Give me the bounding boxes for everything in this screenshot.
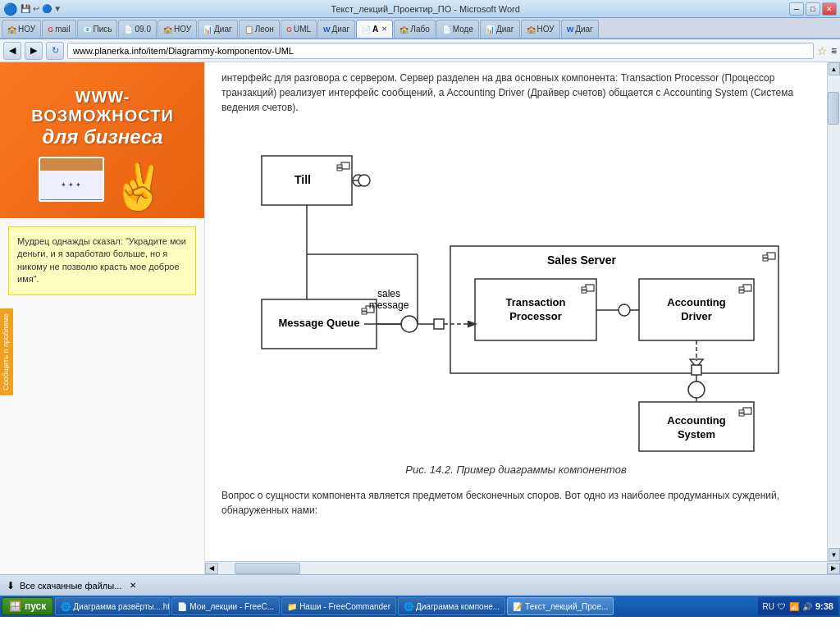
svg-rect-26 xyxy=(739,290,744,293)
network-icon: 📶 xyxy=(789,602,799,611)
svg-text:Driver: Driver xyxy=(681,310,712,322)
download-bar[interactable]: ⬇ Все скачанные файлы... ✕ xyxy=(7,580,136,591)
tab-close-icon[interactable]: ✕ xyxy=(381,25,387,33)
uml-diagram-container: Sales Server Till xyxy=(237,123,795,459)
tab-pis[interactable]: 📧Пись xyxy=(77,20,118,38)
scroll-right-button[interactable]: ▶ xyxy=(827,563,840,574)
svg-rect-19 xyxy=(582,287,587,290)
tab-leon[interactable]: 📋Леон xyxy=(239,20,280,38)
taskbar-label-5: Текст_лекций_Прое... xyxy=(525,602,608,611)
svg-point-45 xyxy=(358,175,370,186)
tab-icon: W xyxy=(567,25,574,34)
forward-button[interactable]: ▶ xyxy=(25,42,43,60)
scroll-up-button[interactable]: ▲ xyxy=(829,62,840,75)
scroll-left-button[interactable]: ◀ xyxy=(205,563,218,574)
tab-nou-3[interactable]: 🏫НОУ xyxy=(521,20,560,38)
tab-nou-1[interactable]: 🏫НОУ xyxy=(2,20,41,38)
tab-icon: 📊 xyxy=(486,25,495,34)
tab-icon: G xyxy=(48,25,53,34)
quote-box: Мудрец однажды сказал: "Украдите мои ден… xyxy=(8,226,196,295)
svg-rect-8 xyxy=(337,165,342,167)
svg-rect-51 xyxy=(692,365,701,375)
svg-text:Processor: Processor xyxy=(509,310,562,322)
refresh-button[interactable]: ↻ xyxy=(46,42,64,60)
menu-icon[interactable]: ≡ xyxy=(831,45,837,57)
tab-diag-3[interactable]: WДиаг xyxy=(561,20,599,38)
start-button[interactable]: 🪟 пуск xyxy=(2,597,53,615)
tab-mode[interactable]: 📄Моде xyxy=(436,20,479,38)
download-label[interactable]: Все скачанные файлы... xyxy=(20,581,121,591)
ad-hand: ✌️ xyxy=(111,165,167,210)
scroll-down-button[interactable]: ▼ xyxy=(829,548,840,561)
taskbar-item-1[interactable]: 🌐 Диаграмма развёрты....html xyxy=(55,597,170,615)
taskbar-item-2[interactable]: 📄 Мои_лекции - FreeC... xyxy=(171,597,280,615)
svg-rect-4 xyxy=(763,258,768,261)
tab-labo[interactable]: 🏫Лабо xyxy=(394,20,435,38)
clock: 9:38 xyxy=(815,601,833,611)
quote-text: Мудрец однажды сказал: "Украдите мои ден… xyxy=(17,235,187,286)
scroll-thumb[interactable] xyxy=(828,92,839,125)
security-icon: 🛡 xyxy=(778,602,786,611)
svg-rect-20 xyxy=(582,290,587,293)
start-icon: 🪟 xyxy=(9,600,21,612)
tab-icon: W xyxy=(323,25,331,34)
tab-diag-w[interactable]: WДиаг xyxy=(317,20,355,38)
ad-banner[interactable]: WWW-ВОЗМОЖНОСТИ для бизнеса ✦ ✦ ✦ ✌️ xyxy=(0,62,205,218)
url-input[interactable] xyxy=(67,43,814,59)
close-download-icon[interactable]: ✕ xyxy=(130,581,136,590)
taskbar-label-3: Наши - FreeCommander xyxy=(299,602,390,611)
taskbar-item-5[interactable]: 📝 Текст_лекций_Прое... xyxy=(507,597,614,615)
back-button[interactable]: ◀ xyxy=(3,42,21,60)
tab-nou-2[interactable]: 🏫НОУ xyxy=(158,20,197,38)
svg-rect-13 xyxy=(362,308,367,311)
maximize-button[interactable]: □ xyxy=(806,2,820,16)
h-scroll-thumb[interactable] xyxy=(235,563,300,574)
tab-diag-2[interactable]: 📊Диаг xyxy=(480,20,520,38)
ad-title-line1: WWW-ВОЗМОЖНОСТИ xyxy=(8,88,197,126)
svg-point-41 xyxy=(401,316,418,332)
svg-rect-32 xyxy=(739,413,744,416)
svg-text:Message Queue: Message Queue xyxy=(279,317,360,329)
svg-text:sales: sales xyxy=(377,288,400,299)
tab-icon: G xyxy=(286,25,292,34)
svg-rect-25 xyxy=(739,287,744,290)
tab-icon: 📊 xyxy=(203,25,212,34)
tab-mail[interactable]: Gmail xyxy=(42,20,75,38)
svg-text:System: System xyxy=(678,428,715,441)
volume-icon: 🔊 xyxy=(802,602,812,611)
vertical-scrollbar[interactable]: ▲ ▼ xyxy=(827,62,840,561)
svg-rect-9 xyxy=(337,168,342,171)
browser-tab-bar: 🏫НОУ Gmail 📧Пись 📄09.0 🏫НОУ 📊Диаг 📋Леон … xyxy=(0,18,840,39)
tab-diag-1[interactable]: 📊Диаг xyxy=(198,20,238,38)
tab-icon: 🏫 xyxy=(527,25,536,34)
left-sidebar: WWW-ВОЗМОЖНОСТИ для бизнеса ✦ ✦ ✦ ✌️ Соо… xyxy=(0,62,205,574)
svg-rect-3 xyxy=(763,255,768,258)
tab-a-active[interactable]: 📄А ✕ xyxy=(356,20,393,38)
svg-rect-14 xyxy=(362,312,367,314)
intro-paragraph: интерфейс для разговора с сервером. Серв… xyxy=(221,71,810,115)
svg-rect-27 xyxy=(639,402,754,451)
tab-icon: 🏫 xyxy=(163,25,172,34)
close-button[interactable]: ✕ xyxy=(822,2,837,16)
feedback-tab[interactable]: Сообщить о проблеме xyxy=(0,308,13,395)
horizontal-scrollbar[interactable]: ◀ ▶ xyxy=(205,561,840,574)
tab-icon: 📄 xyxy=(124,25,133,34)
taskbar-item-4[interactable]: 🌐 Диаграмма компоне... xyxy=(398,597,505,615)
diagram-caption: Рис. 14.2. Пример диаграммы компонентов xyxy=(221,463,810,476)
tab-09[interactable]: 📄09.0 xyxy=(118,20,156,38)
svg-rect-31 xyxy=(739,410,744,413)
tab-icon: 🏫 xyxy=(399,25,409,34)
tab-icon: 📄 xyxy=(442,25,451,34)
svg-text:Transaction: Transaction xyxy=(506,296,566,308)
ad-title-line2: для бизнеса xyxy=(8,126,197,148)
svg-text:message: message xyxy=(369,299,409,311)
taskbar-icon-4: 🌐 xyxy=(404,602,413,611)
window-controls: ─ □ ✕ xyxy=(789,2,837,16)
tab-icon: 📧 xyxy=(83,25,92,34)
tab-icon: 🏫 xyxy=(7,25,16,34)
lang-indicator: RU xyxy=(763,602,774,611)
minimize-button[interactable]: ─ xyxy=(789,2,804,16)
taskbar-item-3[interactable]: 📁 Наши - FreeCommander xyxy=(281,597,396,615)
tab-uml[interactable]: GUML xyxy=(281,20,317,38)
bookmark-icon[interactable]: ☆ xyxy=(817,44,828,57)
